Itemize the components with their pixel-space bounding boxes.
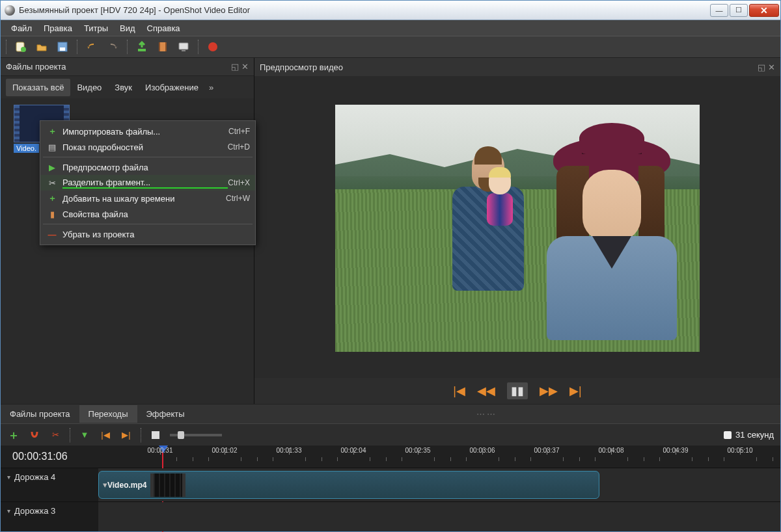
scissors-icon: ✂ [46, 178, 59, 188]
preview-viewport[interactable] [254, 76, 780, 378]
menu-help[interactable]: Справка [142, 21, 185, 35]
svg-rect-11 [152, 431, 159, 439]
razor-icon[interactable]: ✂ [49, 429, 62, 442]
timecode-display: 00:00:31:06 [1, 451, 98, 462]
project-files-title: Файлы проекта [6, 62, 66, 72]
marker-icon[interactable]: ▼ [78, 429, 91, 442]
ctx-remove-from-project[interactable]: — Убрать из проекта [40, 226, 255, 242]
drag-handle-icon[interactable]: ⋯⋯ [194, 409, 780, 419]
svg-rect-4 [138, 49, 146, 51]
open-project-icon[interactable] [35, 40, 48, 53]
menu-edit[interactable]: Правка [38, 21, 77, 35]
transport-controls: |◀ ◀◀ ▮▮ ▶▶ ▶| [254, 378, 780, 404]
filter-image[interactable]: Изображение [139, 79, 205, 96]
close-panel-icon[interactable]: ✕ [768, 62, 775, 72]
svg-rect-8 [179, 43, 188, 49]
undock-icon[interactable]: ◱ [758, 62, 765, 72]
video-frame [335, 105, 700, 352]
project-files-panel: Файлы проекта ◱✕ Показать всё Видео Звук… [1, 58, 254, 404]
redo-icon[interactable] [106, 40, 119, 53]
context-menu: ＋ Импортировать файлы... Ctrl+F ▤ Показ … [40, 120, 256, 245]
import-files-icon[interactable] [135, 40, 148, 53]
snap-icon[interactable] [28, 429, 41, 442]
svg-rect-9 [182, 50, 185, 51]
track-header[interactable]: ▾ Дорожка 4 [1, 468, 98, 501]
timeline-end-icon [724, 431, 732, 439]
svg-point-10 [208, 42, 217, 51]
details-icon: ▤ [46, 142, 59, 152]
timeline-toolbar: ＋ ✂ ▼ |◀ ▶| 31 секунд [1, 423, 780, 446]
ctx-import-files[interactable]: ＋ Импортировать файлы... Ctrl+F [40, 124, 255, 139]
tab-transitions[interactable]: Переходы [79, 405, 137, 423]
ctx-split-clip[interactable]: ✂ Разделить фрагмент... Ctrl+X [40, 175, 255, 191]
screen-icon[interactable] [177, 40, 190, 53]
menu-file[interactable]: Файл [6, 21, 37, 35]
tab-effects[interactable]: Эффекты [137, 405, 194, 423]
project-file-label: Video. [14, 144, 39, 153]
filter-audio[interactable]: Звук [108, 79, 139, 96]
next-marker-icon[interactable]: ▶| [120, 429, 133, 442]
filter-video[interactable]: Видео [70, 79, 108, 96]
zoom-box-icon[interactable] [149, 429, 162, 442]
person-figure [537, 137, 687, 352]
ctx-show-details[interactable]: ▤ Показ подробностей Ctrl+D [40, 139, 255, 155]
minimize-button[interactable]: — [710, 4, 728, 17]
close-button[interactable]: ✕ [749, 4, 779, 17]
ctx-preview-file[interactable]: ▶ Предпросмотр файла [40, 159, 255, 175]
clip-label: Video.mp4 [107, 481, 146, 490]
menu-view[interactable]: Вид [115, 21, 141, 35]
jump-start-icon[interactable]: |◀ [453, 384, 465, 398]
svg-rect-7 [165, 42, 167, 51]
preview-header: Предпросмотр видео ◱✕ [254, 58, 780, 76]
window-title: Безымянный проект [HDV 720 24p] - OpenSh… [19, 5, 710, 15]
record-icon[interactable] [206, 40, 219, 53]
undock-icon[interactable]: ◱ [231, 62, 239, 72]
filter-all[interactable]: Показать всё [6, 79, 70, 96]
pause-button[interactable]: ▮▮ [507, 382, 528, 399]
ctx-add-to-timeline[interactable]: ＋ Добавить на шкалу времени Ctrl+W [40, 191, 255, 206]
track-label: Дорожка 4 [14, 472, 55, 482]
chevron-down-icon: ▾ [7, 473, 10, 481]
track-4: ▾ Дорожка 4 ▾ Video.mp4 [1, 468, 780, 501]
close-panel-icon[interactable]: ✕ [241, 62, 249, 72]
film-icon[interactable] [156, 40, 169, 53]
main-area: Файлы проекта ◱✕ Показать всё Видео Звук… [1, 58, 780, 404]
rewind-icon[interactable]: ◀◀ [477, 384, 495, 398]
add-track-icon[interactable]: ＋ [7, 429, 20, 442]
track-body[interactable] [98, 502, 780, 531]
minus-icon: — [46, 230, 59, 239]
jump-end-icon[interactable]: ▶| [569, 384, 582, 398]
app-icon [5, 5, 15, 16]
project-files-body[interactable]: Video. ＋ Импортировать файлы... Ctrl+F ▤… [1, 98, 254, 404]
save-project-icon[interactable] [56, 40, 69, 53]
clip-thumb [150, 473, 185, 497]
new-project-icon[interactable] [14, 40, 27, 53]
timeline-duration: 31 секунд [735, 430, 774, 440]
timeline-ruler[interactable]: 00:00:3100:01:0200:01:3300:02:0400:02:35… [98, 446, 780, 468]
plus-icon: ＋ [46, 193, 59, 204]
person-figure [446, 150, 530, 319]
svg-rect-6 [159, 42, 160, 51]
bottom-tabs: Файлы проекта Переходы Эффекты ⋯⋯ [1, 404, 780, 423]
track-label: Дорожка 3 [14, 506, 55, 516]
menu-titles[interactable]: Титры [79, 21, 113, 35]
tab-project-files[interactable]: Файлы проекта [1, 405, 79, 423]
preview-title: Предпросмотр видео [260, 62, 343, 72]
filter-overflow-icon[interactable]: » [209, 83, 213, 92]
track-header[interactable]: ▾ Дорожка 3 [1, 502, 98, 531]
fast-forward-icon[interactable]: ▶▶ [540, 384, 558, 398]
prev-marker-icon[interactable]: |◀ [99, 429, 112, 442]
plus-icon: ＋ [46, 126, 59, 137]
track-body[interactable]: ▾ Video.mp4 [98, 468, 780, 501]
undo-icon[interactable] [85, 40, 98, 53]
film-icon: ▮ [46, 209, 59, 219]
zoom-slider[interactable] [170, 434, 222, 436]
main-toolbar [1, 36, 780, 58]
maximize-button[interactable]: ☐ [730, 4, 748, 17]
timeline-clip[interactable]: ▾ Video.mp4 [98, 471, 599, 499]
menu-bar: Файл Правка Титры Вид Справка [1, 20, 780, 36]
play-icon: ▶ [46, 163, 59, 172]
ctx-file-properties[interactable]: ▮ Свойства файла [40, 206, 255, 222]
timeline-tracks: ▾ Дорожка 4 ▾ Video.mp4 ▾ Дорожка 3 [1, 468, 780, 531]
title-bar: Безымянный проект [HDV 720 24p] - OpenSh… [1, 1, 780, 20]
